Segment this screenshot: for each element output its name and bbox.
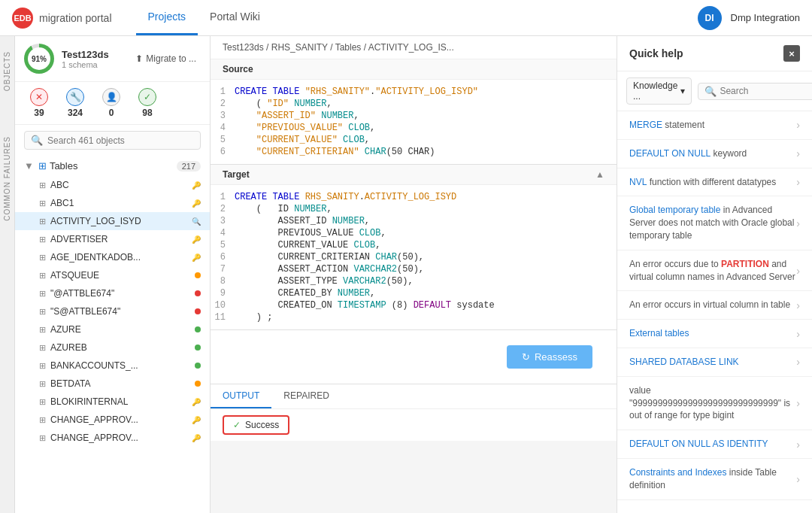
stat-errors[interactable]: ✕ 39 xyxy=(24,88,54,118)
quick-help-search[interactable]: 🔍 xyxy=(698,83,812,100)
list-item[interactable]: ⊞ "S@ATTBLE674" xyxy=(15,302,210,320)
list-item[interactable]: Global temporary table in Advanced Serve… xyxy=(617,196,812,250)
list-item[interactable]: NVL function with different datatypes › xyxy=(617,168,812,197)
table-name: "S@ATTBLE674" xyxy=(50,306,190,317)
status-orange-dot xyxy=(195,272,201,278)
list-item[interactable]: ⊞ ACTIVITY_LOG_ISYD 🔍 xyxy=(15,212,210,230)
list-item[interactable]: ⊞ CHANGE_APPROV... 🔑 xyxy=(15,411,210,429)
failures-label: COMMON FAILURES xyxy=(3,136,11,221)
line-number: 9 xyxy=(211,288,235,299)
list-item[interactable]: SHARED DATABASE LINK › xyxy=(617,348,812,377)
logo-icon: EDB xyxy=(12,8,33,29)
search-input[interactable] xyxy=(47,135,194,146)
quick-help-close-button[interactable]: × xyxy=(783,45,800,62)
status-orange-dot xyxy=(195,381,201,387)
list-item[interactable]: ⊞ BANKACCOUNTS_... xyxy=(15,357,210,375)
code-line: 6 CURRENT_CRITERIAN CHAR(50), xyxy=(211,251,617,263)
arrow-icon: › xyxy=(796,147,800,159)
quick-help-search-input[interactable] xyxy=(720,86,812,96)
list-item[interactable]: ⊞ "@ATTBLE674" xyxy=(15,284,210,302)
tables-group-header[interactable]: ▼ ⊞ Tables 217 xyxy=(15,156,210,176)
code-line: 4 "PREVIOUS_VALUE" CLOB, xyxy=(211,122,617,134)
list-item[interactable]: DEFAULT ON NULL keyword › xyxy=(617,140,812,168)
table-name: BANKACCOUNTS_... xyxy=(50,360,190,371)
list-item[interactable]: ⊞ ABC 🔑 xyxy=(15,176,210,194)
chevron-down-icon: ▼ xyxy=(24,160,34,172)
list-item[interactable]: ⊞ ATSQUEUE xyxy=(15,266,210,284)
collapse-icon[interactable]: ▲ xyxy=(595,169,604,180)
list-item[interactable]: ⊞ BLOKIRINTERNAL 🔑 xyxy=(15,393,210,411)
line-number: 6 xyxy=(211,147,235,157)
stat-ok[interactable]: ✓ 98 xyxy=(132,88,162,118)
migrate-icon: ⬆ xyxy=(135,53,143,64)
quick-help-title: Quick help xyxy=(629,47,683,59)
list-item[interactable]: ⊞ AZURE xyxy=(15,320,210,338)
list-item[interactable]: DEFAULT ON NULL AS IDENTITY › xyxy=(617,430,812,459)
list-item[interactable]: ⊞ AGE_IDENTKADOB... 🔑 xyxy=(15,248,210,266)
info-icon: 👤 xyxy=(102,88,120,106)
migrate-button[interactable]: ⬆ Migrate to ... xyxy=(131,50,201,67)
target-code: 1 CREATE TABLE RHS_SANITY.ACTIVITY_LOG_I… xyxy=(211,185,617,329)
breadcrumb-part-4: ACTIVITY_LOG_IS... xyxy=(368,42,454,53)
item-text: NVL function with different datatypes xyxy=(629,176,796,189)
list-item[interactable]: value "99999999999999999999999999999" is… xyxy=(617,377,812,430)
chevron-down-icon: ▾ xyxy=(680,86,685,96)
tables-badge: 217 xyxy=(177,161,201,172)
stat-info[interactable]: 👤 0 xyxy=(96,88,126,118)
table-name: ACTIVITY_LOG_ISYD xyxy=(50,216,187,226)
tab-projects[interactable]: Projects xyxy=(136,0,198,35)
code-line: 5 "CURRENT_VALUE" CLOB, xyxy=(211,134,617,146)
status-red-dot xyxy=(195,308,201,314)
arrow-icon: › xyxy=(796,119,800,131)
tab-portal-wiki[interactable]: Portal Wiki xyxy=(198,0,272,35)
tab-repaired[interactable]: REPAIRED xyxy=(271,384,341,408)
line-code: "CURRENT_VALUE" CLOB, xyxy=(235,135,617,145)
stat-warnings[interactable]: 🔧 324 xyxy=(60,88,90,118)
table-icon: ⊞ xyxy=(39,361,46,371)
reassess-label: Reassess xyxy=(535,351,577,363)
line-number: 3 xyxy=(211,111,235,121)
object-tree: ▼ ⊞ Tables 217 ⊞ ABC 🔑 ⊞ ABC1 🔑 ⊞ xyxy=(15,156,210,513)
table-name: AZUREB xyxy=(50,342,190,353)
list-item[interactable]: ⊞ BETDATA xyxy=(15,375,210,393)
success-badge: ✓ Success xyxy=(223,415,289,435)
key-icon: 🔑 xyxy=(192,181,201,190)
list-item[interactable]: ⊞ ABC1 🔑 xyxy=(15,194,210,212)
line-number: 2 xyxy=(211,99,235,109)
line-number: 7 xyxy=(211,264,235,275)
nav-tabs: Projects Portal Wiki xyxy=(136,0,272,35)
arrow-icon: › xyxy=(796,439,800,451)
tab-output[interactable]: OUTPUT xyxy=(211,384,271,408)
reassess-icon: ↻ xyxy=(522,351,530,363)
list-item[interactable]: ⊞ CHANGE_APPROV... 🔑 xyxy=(15,429,210,447)
warning-count: 324 xyxy=(68,108,83,118)
list-item[interactable]: MERGE statement › xyxy=(617,111,812,140)
quick-help-items: MERGE statement › DEFAULT ON NULL keywor… xyxy=(617,111,812,513)
item-text: DEFAULT ON NULL AS IDENTITY xyxy=(629,438,796,451)
arrow-icon: › xyxy=(796,356,800,368)
list-item[interactable]: An error occurs in virtual column in tab… xyxy=(617,291,812,320)
list-item[interactable]: ⊞ AZUREB xyxy=(15,338,210,357)
ok-count: 98 xyxy=(142,108,152,118)
list-item[interactable]: ⊞ ADVERTISER 🔑 xyxy=(15,230,210,248)
avatar: DI xyxy=(698,6,722,30)
info-count: 0 xyxy=(109,108,114,118)
project-info: Test123ds 1 schema xyxy=(62,49,123,69)
list-item[interactable]: External tables › xyxy=(617,320,812,348)
main-content: Test123ds / RHS_SANITY / Tables / ACTIVI… xyxy=(211,36,617,513)
knowledge-label: Knowledge ... xyxy=(633,80,677,102)
line-code: ) ; xyxy=(235,312,617,323)
reassess-button[interactable]: ↻ Reassess xyxy=(507,345,592,369)
breadcrumb-part-3: Tables xyxy=(335,42,362,53)
source-label: Source xyxy=(223,64,253,74)
error-icon: ✕ xyxy=(30,88,48,106)
object-search[interactable]: 🔍 xyxy=(24,131,201,150)
key-icon: 🔑 xyxy=(192,398,201,406)
list-item[interactable]: Constraints and Indexes inside Table def… xyxy=(617,459,812,500)
line-code: "CURRENT_CRITERIAN" CHAR(50 CHAR) xyxy=(235,147,617,157)
list-item[interactable]: An error occurs due to PARTITION and vir… xyxy=(617,250,812,292)
quick-help-header: Quick help × xyxy=(617,36,812,71)
table-name: BLOKIRINTERNAL xyxy=(50,396,187,407)
line-number: 1 xyxy=(211,192,235,202)
knowledge-dropdown[interactable]: Knowledge ... ▾ xyxy=(626,77,692,105)
